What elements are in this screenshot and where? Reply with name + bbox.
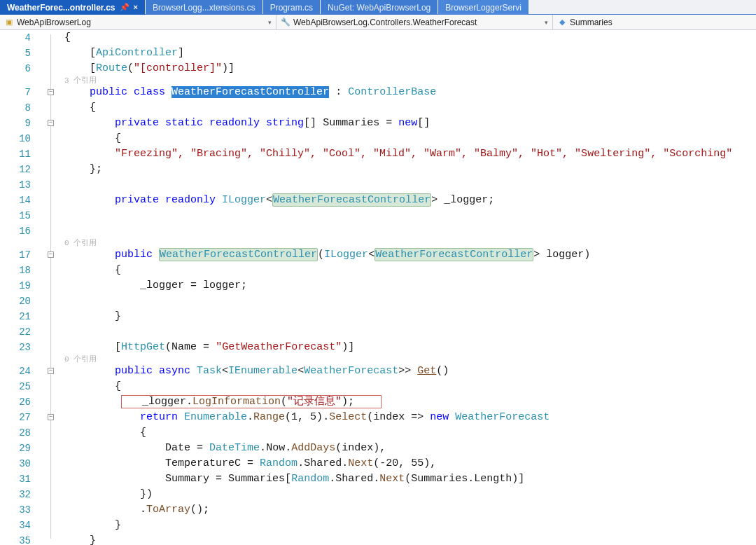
line-number: 4 (0, 30, 34, 46)
field-icon: ◆ (557, 18, 567, 27)
tab-program[interactable]: Program.cs (263, 0, 320, 15)
line-number: 17 (0, 247, 34, 263)
tab-browserlogger-ext[interactable]: BrowserLogg...xtensions.cs (146, 0, 262, 15)
line-number: 34 (0, 518, 34, 533)
class-icon: 🔧 (281, 18, 290, 27)
tab-label: NuGet: WebApiBrowserLog (328, 3, 430, 13)
line-number: 11 (0, 146, 34, 162)
tab-strip: WeatherForec...ontroller.cs 📌 × BrowserL… (0, 0, 756, 15)
line-number: 6 (0, 61, 34, 76)
fold-toggle[interactable] (48, 89, 54, 95)
line-number: 9 (0, 116, 34, 131)
breadcrumb-class-label: WebApiBrowserLog.Controllers.WeatherFore… (293, 18, 477, 27)
tab-label: BrowserLogg...xtensions.cs (153, 3, 255, 13)
type-ref-highlighted: WeatherForecastController (272, 193, 431, 207)
tab-weatherforecast[interactable]: WeatherForec...ontroller.cs 📌 × (0, 0, 145, 15)
line-number: 20 (0, 294, 34, 309)
line-number: 21 (0, 309, 34, 324)
line-number: 18 (0, 263, 34, 278)
breadcrumb-member-label: Summaries (570, 18, 612, 27)
close-icon[interactable]: × (134, 4, 138, 11)
pin-icon[interactable]: 📌 (120, 4, 130, 11)
brace-open: { (64, 32, 71, 43)
method-get: Get (417, 365, 436, 377)
line-number: 13 (0, 177, 34, 193)
attribute-route: Route (96, 62, 127, 74)
tab-nuget[interactable]: NuGet: WebApiBrowserLog (321, 0, 438, 15)
attribute-apicontroller: ApiController (96, 47, 178, 59)
line-number: 22 (0, 324, 34, 340)
line-number: 19 (0, 278, 34, 294)
line-number: 28 (0, 425, 34, 441)
summaries-array-values: "Freezing", "Bracing", "Chilly", "Cool",… (115, 148, 732, 160)
code-editor[interactable]: 4 5 6 ◧ 7 🖌 8 9 10 11 12 13 14 15 16 17 … (0, 30, 756, 545)
tab-label: WeatherForec...ontroller.cs (7, 3, 115, 13)
line-number: ◧ 7 🖌 (0, 85, 34, 100)
line-number: 27 (0, 410, 34, 425)
project-icon: ▣ (4, 18, 14, 27)
fold-toggle[interactable] (48, 414, 54, 420)
fold-toggle[interactable] (48, 368, 54, 374)
codelens-references[interactable]: 0 个引用 (64, 239, 97, 247)
line-number: 26 (0, 394, 34, 410)
line-number: 8 (0, 100, 34, 116)
line-number: 16 (0, 223, 34, 239)
line-number: 15 (0, 208, 34, 223)
tab-label: Program.cs (270, 3, 313, 13)
line-number: 5 (0, 46, 34, 61)
breadcrumb-member[interactable]: ◆ Summaries (553, 15, 756, 29)
line-number: 32 (0, 487, 34, 502)
line-number: 29 (0, 441, 34, 456)
codelens-references[interactable]: 3 个引用 (64, 76, 97, 85)
breadcrumb-bar: ▣ WebApiBrowserLog ▾ 🔧 WebApiBrowserLog.… (0, 15, 756, 30)
constructor-name: WeatherForecastController (159, 248, 318, 261)
code-content[interactable]: { [ApiController] [Route("[controller]")… (64, 30, 756, 545)
line-number: 31 (0, 471, 34, 487)
line-number: 10 (0, 131, 34, 146)
chevron-down-icon[interactable]: ▾ (540, 19, 548, 26)
line-number: 25 (0, 379, 34, 394)
tab-browserlogger-service[interactable]: BrowserLoggerServi (438, 0, 528, 15)
line-number: 24 (0, 364, 34, 379)
fold-toggle[interactable] (48, 251, 54, 258)
line-number: 35 (0, 533, 34, 545)
line-number: 12 (0, 162, 34, 177)
fold-gutter (34, 30, 64, 545)
codelens-references[interactable]: 0 个引用 (64, 355, 97, 364)
breadcrumb-class[interactable]: 🔧 WebApiBrowserLog.Controllers.WeatherFo… (276, 15, 553, 29)
breadcrumb-project-label: WebApiBrowserLog (17, 18, 91, 27)
line-number: 23 (0, 340, 34, 355)
fold-toggle[interactable] (48, 120, 54, 126)
highlighted-log-line: _logger.LogInformation("记录信息"); (121, 395, 382, 408)
line-number: 14 (0, 193, 34, 208)
tab-label: BrowserLoggerServi (445, 3, 522, 13)
chevron-down-icon[interactable]: ▾ (264, 19, 272, 26)
line-number: 33 (0, 502, 34, 518)
breadcrumb-project[interactable]: ▣ WebApiBrowserLog ▾ (0, 15, 276, 29)
line-number-margin: 4 5 6 ◧ 7 🖌 8 9 10 11 12 13 14 15 16 17 … (0, 30, 34, 545)
line-number: 30 (0, 456, 34, 471)
class-name-selected: WeatherForecastController (172, 86, 329, 98)
